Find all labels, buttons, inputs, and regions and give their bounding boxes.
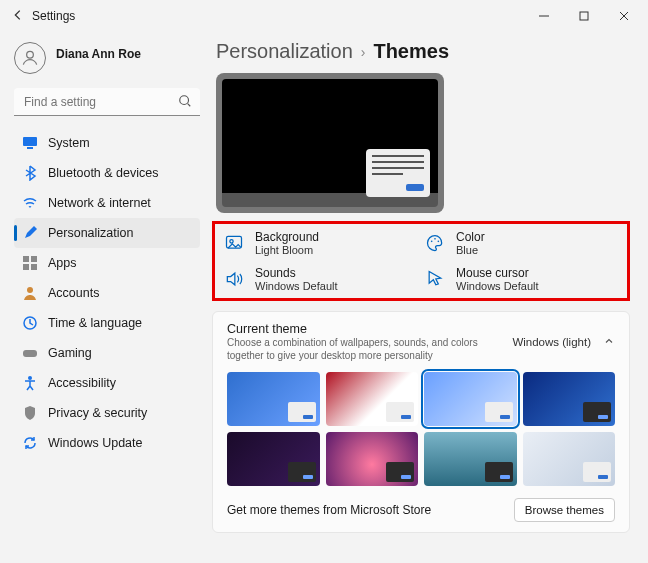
- close-button[interactable]: [604, 2, 644, 30]
- theme-thumbnail[interactable]: [227, 432, 320, 486]
- user-name: Diana Ann Roe: [56, 47, 176, 61]
- speaker-icon: [223, 268, 245, 290]
- user-block[interactable]: Diana Ann Roe: [14, 38, 200, 88]
- current-theme-header[interactable]: Current theme Choose a combination of wa…: [227, 322, 615, 362]
- search-input[interactable]: [14, 88, 200, 116]
- sidebar-item-system[interactable]: System: [14, 128, 200, 158]
- main-panel: Personalization › Themes BackgroundLight…: [210, 32, 648, 563]
- theme-thumbnail[interactable]: [523, 432, 616, 486]
- sidebar-item-apps[interactable]: Apps: [14, 248, 200, 278]
- svg-point-17: [438, 241, 440, 243]
- option-background[interactable]: BackgroundLight Bloom: [223, 230, 418, 256]
- chevron-up-icon: [603, 335, 615, 350]
- svg-point-12: [28, 376, 32, 380]
- search-icon: [178, 94, 192, 111]
- option-sounds[interactable]: SoundsWindows Default: [223, 266, 418, 292]
- person-icon: [22, 285, 38, 301]
- svg-rect-11: [23, 350, 37, 357]
- svg-point-14: [230, 240, 233, 243]
- clock-icon: [22, 315, 38, 331]
- search-box[interactable]: [14, 88, 200, 116]
- svg-point-16: [434, 238, 436, 240]
- avatar: [14, 42, 46, 74]
- image-icon: [223, 232, 245, 254]
- breadcrumb: Personalization › Themes: [216, 40, 630, 63]
- gamepad-icon: [22, 345, 38, 361]
- theme-thumbnail[interactable]: [424, 432, 517, 486]
- sidebar-item-bluetooth[interactable]: Bluetooth & devices: [14, 158, 200, 188]
- current-theme-value: Windows (light): [512, 336, 591, 348]
- sidebar-item-accessibility[interactable]: Accessibility: [14, 368, 200, 398]
- current-theme-card: Current theme Choose a combination of wa…: [212, 311, 630, 533]
- svg-point-2: [180, 96, 189, 105]
- bluetooth-icon: [22, 165, 38, 181]
- browse-themes-button[interactable]: Browse themes: [514, 498, 615, 522]
- option-color[interactable]: ColorBlue: [424, 230, 619, 256]
- svg-rect-3: [23, 137, 37, 146]
- sidebar-item-gaming[interactable]: Gaming: [14, 338, 200, 368]
- sidebar-item-personalization[interactable]: Personalization: [14, 218, 200, 248]
- sidebar-item-update[interactable]: Windows Update: [14, 428, 200, 458]
- svg-rect-6: [31, 256, 37, 262]
- titlebar: Settings: [0, 0, 648, 32]
- brush-icon: [22, 225, 38, 241]
- window-title: Settings: [32, 9, 75, 23]
- theme-thumbnail[interactable]: [227, 372, 320, 426]
- svg-rect-8: [31, 264, 37, 270]
- cursor-icon: [424, 268, 446, 290]
- maximize-button[interactable]: [564, 2, 604, 30]
- theme-thumbnails: [227, 372, 615, 486]
- sidebar-item-time[interactable]: Time & language: [14, 308, 200, 338]
- user-email-redacted: [56, 61, 176, 69]
- theme-thumbnail[interactable]: [326, 372, 419, 426]
- option-cursor[interactable]: Mouse cursorWindows Default: [424, 266, 619, 292]
- back-button[interactable]: [4, 8, 32, 25]
- sidebar-item-privacy[interactable]: Privacy & security: [14, 398, 200, 428]
- nav-list: System Bluetooth & devices Network & int…: [14, 128, 200, 458]
- svg-rect-5: [23, 256, 29, 262]
- accessibility-icon: [22, 375, 38, 391]
- svg-rect-7: [23, 264, 29, 270]
- wifi-icon: [22, 195, 38, 211]
- theme-thumbnail[interactable]: [523, 372, 616, 426]
- chevron-right-icon: ›: [361, 44, 366, 60]
- store-label: Get more themes from Microsoft Store: [227, 503, 431, 517]
- theme-preview: [216, 73, 444, 213]
- palette-icon: [424, 232, 446, 254]
- sidebar-item-accounts[interactable]: Accounts: [14, 278, 200, 308]
- svg-point-1: [27, 51, 34, 58]
- current-theme-desc: Choose a combination of wallpapers, soun…: [227, 336, 500, 362]
- theme-options-highlight: BackgroundLight Bloom ColorBlue SoundsWi…: [212, 221, 630, 301]
- svg-point-15: [431, 241, 433, 243]
- update-icon: [22, 435, 38, 451]
- theme-thumbnail[interactable]: [424, 372, 517, 426]
- theme-thumbnail[interactable]: [326, 432, 419, 486]
- breadcrumb-parent[interactable]: Personalization: [216, 40, 353, 63]
- minimize-button[interactable]: [524, 2, 564, 30]
- svg-rect-0: [580, 12, 588, 20]
- monitor-icon: [22, 135, 38, 151]
- current-theme-title: Current theme: [227, 322, 500, 336]
- svg-rect-4: [27, 147, 33, 149]
- sidebar: Diana Ann Roe System Bluetooth & devices…: [0, 32, 210, 563]
- svg-point-9: [27, 287, 33, 293]
- sidebar-item-network[interactable]: Network & internet: [14, 188, 200, 218]
- store-row: Get more themes from Microsoft Store Bro…: [227, 498, 615, 522]
- shield-icon: [22, 405, 38, 421]
- apps-icon: [22, 255, 38, 271]
- breadcrumb-current: Themes: [373, 40, 449, 63]
